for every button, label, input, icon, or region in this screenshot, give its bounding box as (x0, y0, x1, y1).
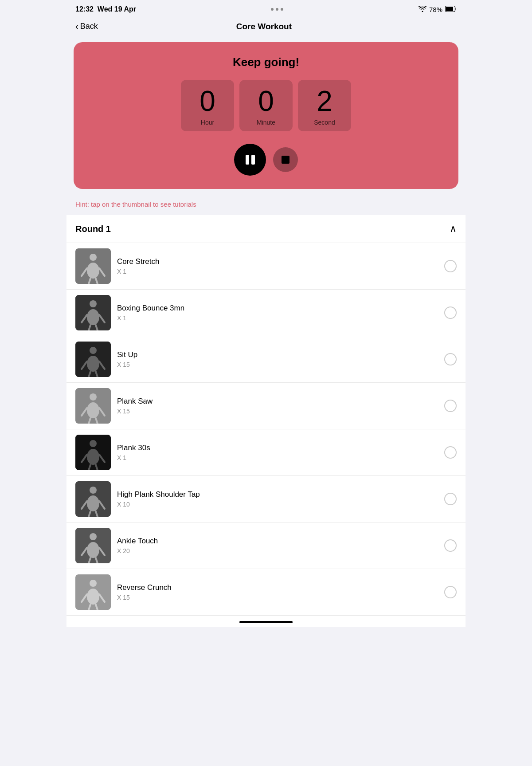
svg-point-24 (90, 393, 97, 401)
exercise-check[interactable] (444, 260, 457, 272)
exercise-thumbnail[interactable] (75, 388, 111, 424)
exercise-reps: X 20 (117, 547, 438, 554)
pause-bar-left (246, 155, 249, 165)
exercise-name: Sit Up (117, 350, 438, 359)
timer-card: Keep going! 0 Hour 0 Minute 2 Second (74, 42, 458, 189)
exercise-reps: X 1 (117, 454, 438, 461)
status-time: 12:32 Wed 19 Apr (75, 5, 136, 13)
svg-point-3 (90, 254, 97, 261)
exercise-reps: X 1 (117, 268, 438, 275)
battery-percentage: 78% (429, 6, 442, 13)
exercise-thumbnail[interactable] (75, 435, 111, 470)
exercise-name: Ankle Touch (117, 537, 438, 546)
nav-bar: ‹ Back Core Workout (66, 17, 466, 38)
exercise-item[interactable]: Core Stretch X 1 (66, 243, 466, 290)
exercise-thumbnail[interactable] (75, 481, 111, 517)
wifi-icon (419, 6, 426, 13)
minute-label: Minute (257, 119, 275, 126)
timer-controls (234, 144, 298, 176)
exercise-item[interactable]: Plank 30s X 1 (66, 429, 466, 476)
hint-text: Hint: tap on the thumbnail to see tutori… (66, 198, 466, 215)
exercise-check[interactable] (444, 539, 457, 552)
exercise-item[interactable]: Ankle Touch X 20 (66, 522, 466, 569)
round-header[interactable]: Round 1 ∧ (66, 215, 466, 243)
exercise-info: Ankle Touch X 20 (117, 537, 438, 554)
exercise-name: Plank Saw (117, 397, 438, 406)
svg-point-53 (87, 589, 99, 605)
round-section: Round 1 ∧ (66, 215, 466, 243)
svg-point-32 (87, 449, 99, 465)
exercise-item[interactable]: Reverse Crunch X 15 (66, 569, 466, 616)
status-bar: 12:32 Wed 19 Apr 78% (66, 0, 466, 17)
exercise-check[interactable] (444, 446, 457, 459)
status-right: 78% (419, 6, 457, 13)
svg-point-25 (87, 402, 99, 418)
battery-icon (445, 6, 457, 13)
exercise-thumbnail[interactable] (75, 248, 111, 284)
exercise-name: Boxing Bounce 3mn (117, 304, 438, 313)
home-bar (239, 621, 293, 623)
svg-point-46 (87, 542, 99, 558)
exercise-name: Reverse Crunch (117, 583, 438, 592)
svg-point-31 (90, 440, 97, 447)
exercise-info: Plank Saw X 15 (117, 397, 438, 415)
timer-heading: Keep going! (233, 55, 299, 69)
pause-bar-right (251, 155, 255, 165)
exercise-list: Core Stretch X 1 Boxing Bounce 3mn X 1 (66, 243, 466, 616)
exercise-item[interactable]: Boxing Bounce 3mn X 1 (66, 290, 466, 336)
stop-icon (282, 156, 289, 164)
exercise-item[interactable]: High Plank Shoulder Tap X 10 (66, 476, 466, 522)
home-indicator (66, 616, 466, 627)
exercise-reps: X 15 (117, 408, 438, 415)
exercise-item[interactable]: Sit Up X 15 (66, 336, 466, 383)
exercise-item[interactable]: Plank Saw X 15 (66, 383, 466, 429)
hour-label: Hour (201, 119, 214, 126)
second-value: 2 (317, 87, 332, 115)
exercise-reps: X 10 (117, 501, 438, 508)
exercise-reps: X 1 (117, 314, 438, 322)
pause-icon (246, 155, 255, 165)
svg-point-38 (90, 487, 97, 494)
minute-unit: 0 Minute (239, 80, 293, 131)
exercise-info: Sit Up X 15 (117, 350, 438, 368)
back-button[interactable]: ‹ Back (75, 21, 98, 31)
dot-1 (271, 8, 274, 11)
minute-value: 0 (258, 87, 274, 115)
exercise-thumbnail[interactable] (75, 528, 111, 563)
exercise-name: Core Stretch (117, 257, 438, 266)
svg-point-11 (87, 309, 99, 325)
exercise-name: Plank 30s (117, 444, 438, 452)
svg-point-4 (87, 263, 99, 279)
stop-button[interactable] (273, 147, 298, 172)
hour-unit: 0 Hour (181, 80, 234, 131)
exercise-check[interactable] (444, 306, 457, 319)
exercise-info: Core Stretch X 1 (117, 257, 438, 275)
exercise-check[interactable] (444, 353, 457, 365)
timer-display: 0 Hour 0 Minute 2 Second (181, 80, 351, 131)
back-label: Back (80, 22, 98, 31)
exercise-thumbnail[interactable] (75, 295, 111, 330)
exercise-thumbnail[interactable] (75, 574, 111, 610)
svg-point-17 (90, 347, 97, 354)
hour-value: 0 (200, 87, 215, 115)
exercise-check[interactable] (444, 586, 457, 598)
exercise-info: Boxing Bounce 3mn X 1 (117, 304, 438, 322)
nav-title: Core Workout (236, 22, 292, 31)
back-chevron-icon: ‹ (75, 21, 78, 31)
svg-point-18 (87, 356, 99, 372)
exercise-reps: X 15 (117, 361, 438, 368)
exercise-check[interactable] (444, 400, 457, 412)
exercise-info: Reverse Crunch X 15 (117, 583, 438, 601)
svg-point-10 (90, 300, 97, 307)
round-title: Round 1 (75, 224, 111, 234)
pause-button[interactable] (234, 144, 266, 176)
exercise-thumbnail[interactable] (75, 342, 111, 377)
svg-point-52 (90, 580, 97, 587)
svg-point-39 (87, 495, 99, 511)
collapse-icon[interactable]: ∧ (450, 223, 457, 235)
exercise-reps: X 15 (117, 594, 438, 601)
exercise-info: High Plank Shoulder Tap X 10 (117, 490, 438, 508)
second-unit: 2 Second (298, 80, 351, 131)
exercise-check[interactable] (444, 493, 457, 505)
svg-rect-1 (446, 7, 453, 11)
